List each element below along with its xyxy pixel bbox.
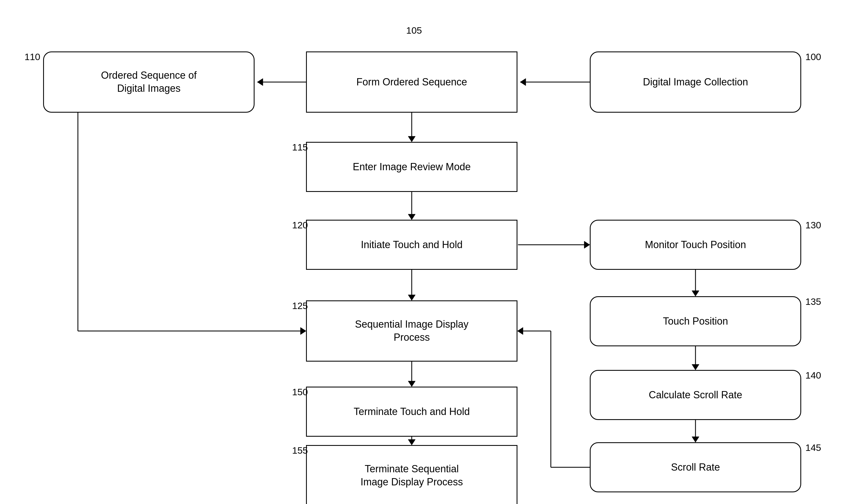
node-initiate-touch-hold: Initiate Touch and Hold bbox=[306, 220, 517, 270]
svg-marker-24 bbox=[517, 327, 523, 335]
svg-marker-1 bbox=[520, 78, 526, 86]
node-digital-image-collection: Digital Image Collection bbox=[590, 52, 801, 113]
ref-label-120: 120 bbox=[292, 220, 308, 231]
node-scroll-rate: Scroll Rate bbox=[590, 442, 801, 492]
flowchart-diagram: Digital Image Collection 100 Form Ordere… bbox=[0, 0, 856, 504]
svg-marker-14 bbox=[584, 241, 590, 248]
node-calculate-scroll-rate: Calculate Scroll Rate bbox=[590, 370, 801, 420]
node-touch-position: Touch Position bbox=[590, 296, 801, 346]
node-sequential-image-display: Sequential Image Display Process bbox=[306, 301, 517, 362]
svg-marker-5 bbox=[408, 136, 415, 142]
ref-label-150: 150 bbox=[292, 386, 308, 397]
ref-label-100: 100 bbox=[805, 52, 821, 62]
svg-marker-7 bbox=[408, 214, 415, 220]
svg-marker-16 bbox=[692, 291, 699, 296]
node-monitor-touch-position: Monitor Touch Position bbox=[590, 220, 801, 270]
node-form-ordered-sequence: Form Ordered Sequence bbox=[306, 52, 517, 113]
ref-label-110: 110 bbox=[24, 52, 40, 62]
svg-marker-26 bbox=[408, 381, 415, 386]
svg-marker-20 bbox=[692, 437, 699, 442]
node-enter-image-review: Enter Image Review Mode bbox=[306, 142, 517, 192]
svg-marker-3 bbox=[257, 78, 263, 86]
svg-marker-9 bbox=[408, 295, 415, 301]
node-ordered-sequence: Ordered Sequence of Digital Images bbox=[43, 52, 254, 113]
ref-label-105: 105 bbox=[406, 25, 422, 36]
ref-label-135: 135 bbox=[805, 296, 821, 307]
ref-label-155: 155 bbox=[292, 445, 308, 456]
node-terminate-touch-hold: Terminate Touch and Hold bbox=[306, 386, 517, 437]
ref-label-140: 140 bbox=[805, 370, 821, 381]
ref-label-125: 125 bbox=[292, 301, 308, 311]
ref-label-115: 115 bbox=[292, 142, 308, 153]
node-terminate-sequential: Terminate Sequential Image Display Proce… bbox=[306, 445, 517, 504]
svg-marker-12 bbox=[300, 327, 306, 335]
svg-marker-28 bbox=[408, 439, 415, 445]
ref-label-130: 130 bbox=[805, 220, 821, 231]
svg-marker-18 bbox=[692, 364, 699, 370]
ref-label-145: 145 bbox=[805, 442, 821, 453]
